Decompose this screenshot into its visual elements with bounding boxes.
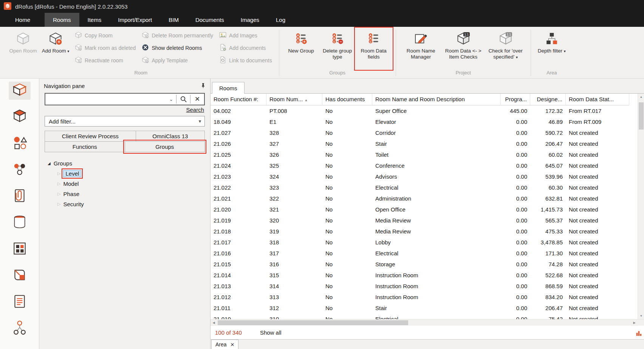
menu-tab-import-export[interactable]: Import/Export xyxy=(110,13,160,27)
table-row[interactable]: 21.016317NoElectrical0.00171.30Not creat… xyxy=(211,248,638,259)
scroll-up-icon[interactable]: ▲ xyxy=(638,94,644,100)
ribbon-button-apply-template[interactable]: ≡Apply Template xyxy=(142,56,213,65)
sidebar-module-buildings[interactable] xyxy=(9,240,31,258)
svg-text:+: + xyxy=(57,39,60,45)
expanded-arrow-icon[interactable]: ◢ xyxy=(48,161,51,165)
ribbon-button-mark-room-as-deleted[interactable]: ×Mark room as deleted xyxy=(75,44,136,52)
ribbon-button-delete-group-type[interactable]: ABC−Delete group type xyxy=(319,28,356,69)
table-row[interactable]: 18.049E1NoElevator0.0046.89From RT.009 xyxy=(211,116,638,127)
ribbon-button-copy-room[interactable]: Copy Room xyxy=(75,31,136,40)
table-row[interactable]: 21.026327NoStair0.00206.47Not created xyxy=(211,138,638,149)
table-row[interactable]: 21.019320NoMedia Review0.00565.37Not cre… xyxy=(211,215,638,226)
horizontal-scroll-track[interactable] xyxy=(217,320,631,326)
table-row[interactable]: 21.013314NoInstruction Room0.00868.59Not… xyxy=(211,281,638,292)
scroll-down-icon[interactable]: ▼ xyxy=(638,313,644,319)
tree-node-level[interactable]: ▷Level xyxy=(42,168,208,179)
table-row[interactable]: 21.010310NoElectrical0.0075.42Not create… xyxy=(211,313,638,319)
table-row[interactable]: 21.027328NoCorridor0.00590.72Not created xyxy=(211,127,638,138)
vertical-scrollbar[interactable]: ▲ ▼ xyxy=(638,94,644,319)
column-header-room-function[interactable]: Room Function #: xyxy=(211,94,266,105)
ribbon-button-reactivate-room[interactable]: ↺Reactivate room xyxy=(75,56,136,65)
table-row[interactable]: 21.020321NoOpen Office0.001,415.73Not cr… xyxy=(211,204,638,215)
scroll-left-icon[interactable]: ◀ xyxy=(211,320,217,326)
table-row[interactable]: 21.023324NoAdvisors0.00539.96Not created xyxy=(211,171,638,182)
ribbon-button-show-deleted-rooms[interactable]: Show deleted Rooms xyxy=(142,44,213,52)
collapsed-arrow-icon[interactable]: ▷ xyxy=(57,191,60,196)
table-row[interactable]: 21.018319NoMedia Review0.00475.33Not cre… xyxy=(211,226,638,237)
collapsed-arrow-icon[interactable]: ▷ xyxy=(57,202,60,207)
collapsed-arrow-icon[interactable]: ▷ xyxy=(57,171,60,176)
menu-tab-images[interactable]: Images xyxy=(232,13,268,27)
horizontal-scroll-thumb[interactable] xyxy=(218,320,408,325)
sidebar-module-reports[interactable] xyxy=(9,293,31,311)
column-header-room-data-stat[interactable]: Room Data Stat... xyxy=(566,94,629,105)
pin-icon[interactable] xyxy=(201,83,206,89)
ribbon-button-link-to-documents[interactable]: Link to documents xyxy=(219,56,272,65)
column-header-room-num[interactable]: Room Num... ▲ xyxy=(266,94,322,105)
search-history-chevron-icon[interactable]: ⌄ xyxy=(166,94,176,105)
tree-node-security[interactable]: ▷Security xyxy=(42,199,208,209)
table-row[interactable]: 21.014315NoInstruction Room0.00522.68Not… xyxy=(211,270,638,281)
column-header-room-name-and-room-description[interactable]: Room Name and Room Description xyxy=(372,94,501,105)
tab-rooms[interactable]: Rooms xyxy=(212,82,245,94)
search-link[interactable]: Search xyxy=(186,107,204,113)
table-row[interactable]: 21.011312NoStair0.00206.47Not created xyxy=(211,303,638,313)
sidebar-module-items[interactable] xyxy=(9,108,31,126)
tree-node-groups[interactable]: ◢Groups xyxy=(42,158,208,168)
add-filter-dropdown[interactable]: Add filter... ▼ xyxy=(45,116,205,127)
filter-tab-functions[interactable]: Functions xyxy=(45,141,125,152)
menu-tab-items[interactable]: Items xyxy=(79,13,110,27)
ribbon-button-open-room[interactable]: Open Room xyxy=(7,28,39,69)
horizontal-scrollbar[interactable]: ◀ ▶ xyxy=(211,319,644,326)
table-row[interactable]: 21.012313NoInstruction Room0.00834.20Not… xyxy=(211,292,638,303)
ribbon-button-add-images[interactable]: Add Images xyxy=(219,31,272,40)
filter-tab-omniclass-13[interactable]: OmniClass 13 xyxy=(136,131,205,142)
close-icon[interactable]: ✕ xyxy=(231,342,235,347)
scroll-right-icon[interactable]: ▶ xyxy=(631,320,638,326)
vertical-scroll-thumb[interactable] xyxy=(639,102,644,130)
ribbon-button-room-data-item-checks[interactable]: 1:1Room Data <- > Item Checks xyxy=(442,28,485,69)
show-all-link[interactable]: Show all xyxy=(260,329,282,336)
tab-area[interactable]: Area ✕ xyxy=(211,340,238,349)
menu-tab-bim[interactable]: BIM xyxy=(160,13,187,27)
menu-tab-rooms[interactable]: Rooms xyxy=(45,13,79,27)
menu-tab-documents[interactable]: Documents xyxy=(187,13,232,27)
table-row[interactable]: 21.021322NoAdministration0.00632.81Not c… xyxy=(211,193,638,204)
ribbon-button-depth-filter[interactable]: Depth filter ▾ xyxy=(535,28,569,69)
menu-tab-log[interactable]: Log xyxy=(268,13,294,27)
sidebar-module-connections[interactable] xyxy=(9,161,31,179)
sidebar-module-rooms[interactable] xyxy=(9,82,31,100)
table-row[interactable]: 21.017318NoLobby0.003,478.85Not created xyxy=(211,237,638,248)
table-row[interactable]: 04.002PT.008NoSuper Office445.00172.32Fr… xyxy=(211,105,638,116)
sidebar-module-datasets[interactable] xyxy=(9,214,31,232)
ribbon-button-delete-room-permanently[interactable]: ×Delete Room permanently xyxy=(142,31,213,40)
sidebar-module-relations[interactable] xyxy=(9,320,31,338)
ribbon-button-room-name-manager[interactable]: Room Name Manager xyxy=(400,28,442,69)
sidebar-module-products[interactable] xyxy=(9,267,31,285)
ribbon-button-add-room[interactable]: +Add Room ▾ xyxy=(39,28,72,69)
table-row[interactable]: 21.015316NoStorage0.0074.28Not created xyxy=(211,259,638,270)
filter-tab-groups[interactable]: Groups xyxy=(125,141,205,152)
table-row[interactable]: 21.025326NoToilet0.0060.02Not created xyxy=(211,149,638,160)
filter-tab-client-review-process[interactable]: Client Review Process xyxy=(45,131,136,142)
sidebar-module-systems[interactable] xyxy=(9,134,31,153)
tree-node-model[interactable]: ▷Model xyxy=(42,179,208,189)
area-panel-icon[interactable] xyxy=(635,330,642,338)
vertical-scroll-track[interactable] xyxy=(638,100,644,313)
clear-search-icon[interactable]: ✕ xyxy=(190,94,204,105)
column-header-progra[interactable]: Progra... xyxy=(501,94,530,105)
ribbon-button-check-for-over-specified[interactable]: 1:1Check for 'over specified' ▾ xyxy=(485,28,527,69)
ribbon-button-new-group[interactable]: ABC+New Group xyxy=(283,28,319,69)
column-header-has-documents[interactable]: Has documents xyxy=(322,94,372,105)
ribbon-button-room-data-fields[interactable]: ABCRoom Data fields xyxy=(356,28,392,69)
table-row[interactable]: 21.022323NoElectrical0.0060.30Not create… xyxy=(211,182,638,193)
column-header-designe[interactable]: Designe... xyxy=(530,94,566,105)
menu-tab-home[interactable]: Home xyxy=(7,13,39,27)
tree-node-phase[interactable]: ▷Phase xyxy=(42,189,208,199)
sidebar-module-attachments[interactable] xyxy=(9,187,31,205)
ribbon-button-add-documents[interactable]: Add documents xyxy=(219,44,272,52)
search-icon[interactable] xyxy=(176,94,190,105)
collapsed-arrow-icon[interactable]: ▷ xyxy=(57,181,60,186)
search-input[interactable] xyxy=(45,94,166,105)
table-row[interactable]: 21.024325NoConference0.00645.07Not creat… xyxy=(211,160,638,171)
